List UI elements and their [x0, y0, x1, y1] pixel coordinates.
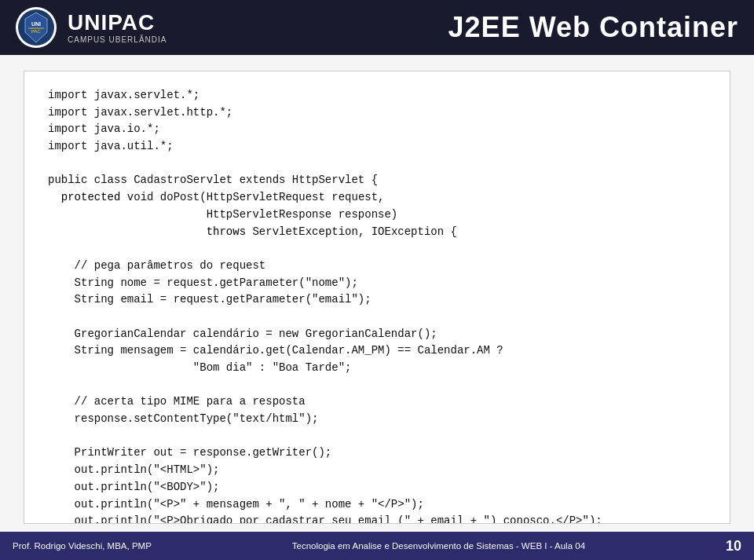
footer-page-number: 10 [726, 538, 741, 555]
footer: Prof. Rodrigo Videschi, MBA, PMP Tecnolo… [0, 532, 754, 560]
logo-circle: UNI PAC [16, 7, 57, 48]
logo-text-group: UNIPAC CAMPUS UBERLÂNDIA [68, 12, 167, 44]
main-content: import javax.servlet.*; import javax.ser… [0, 55, 754, 532]
footer-course: Tecnologia em Analise e Desenvolvimento … [292, 541, 585, 551]
slide-container: import javax.servlet.*; import javax.ser… [24, 71, 730, 524]
keyword-throws: throws [207, 225, 246, 238]
logo-unipac: UNIPAC [68, 12, 167, 34]
header-left: UNI PAC UNIPAC CAMPUS UBERLÂNDIA [16, 7, 167, 48]
keyword-protected: protected [61, 191, 121, 203]
code-block: import javax.servlet.*; import javax.ser… [48, 87, 706, 524]
footer-author: Prof. Rodrigo Videschi, MBA, PMP [13, 541, 152, 551]
svg-text:UNI: UNI [31, 21, 41, 27]
header: UNI PAC UNIPAC CAMPUS UBERLÂNDIA J2EE We… [0, 0, 754, 55]
university-logo-icon: UNI PAC [17, 9, 55, 46]
svg-text:PAC: PAC [31, 29, 42, 34]
slide-title: J2EE Web Container [448, 11, 738, 44]
logo-campus: CAMPUS UBERLÂNDIA [68, 35, 167, 44]
